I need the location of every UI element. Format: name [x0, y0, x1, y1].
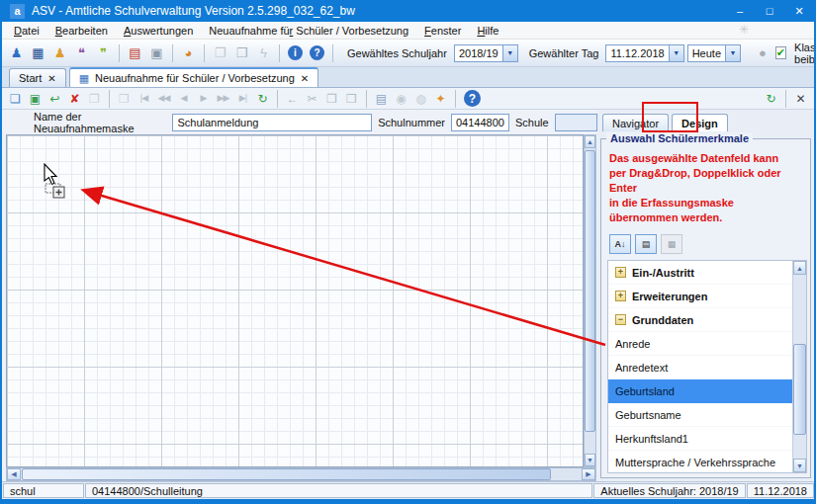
app-icon: a: [10, 4, 25, 19]
list-item[interactable]: Anredetext: [608, 356, 792, 379]
list-scrollbar[interactable]: ▲ ▼: [792, 261, 806, 472]
module-help-icon[interactable]: ?: [464, 90, 481, 107]
keep-class-checkbox[interactable]: ✔: [775, 46, 786, 59]
list-item[interactable]: Geburtsland: [608, 379, 792, 403]
sort-alpha-button[interactable]: A↓: [609, 234, 631, 254]
menu-auswertungen[interactable]: Auswertungen: [116, 24, 201, 38]
toolbar-separator: [172, 44, 173, 62]
toolbar-separator: [277, 90, 278, 108]
scroll-right-icon[interactable]: ▶: [582, 468, 595, 480]
print-icon[interactable]: ▤: [373, 90, 390, 107]
tab-start[interactable]: Start ✕: [9, 68, 66, 87]
copy-record-icon: ❐: [86, 90, 103, 107]
scroll-up-icon[interactable]: ▲: [793, 261, 806, 275]
expander-icon[interactable]: +: [615, 267, 626, 278]
tab-navigator[interactable]: Navigator: [602, 114, 669, 131]
list-item[interactable]: Geburtsname: [608, 403, 792, 427]
close-icon[interactable]: ✕: [301, 73, 309, 84]
lock-icon: ●: [759, 45, 767, 60]
menu-neuaufnahme[interactable]: Neuaufnahme für Schüler / Vorbesetzung: [201, 24, 416, 38]
day-select[interactable]: 11.12.2018 ▼: [605, 44, 683, 62]
copy-disabled-icon: ❐: [211, 43, 229, 62]
cut-icon: ✂: [304, 90, 320, 107]
design-canvas[interactable]: [6, 134, 584, 467]
menu-fenster[interactable]: Fenster: [416, 24, 469, 38]
students-icon[interactable]: ♟: [7, 43, 26, 62]
toolbar-separator: [455, 90, 456, 108]
chat-green-icon[interactable]: ❞: [94, 43, 113, 62]
busy-spinner-icon: ✳: [739, 23, 749, 37]
keyboard-icon[interactable]: ▦: [29, 43, 47, 62]
scrollbar-thumb[interactable]: [793, 344, 806, 435]
copy-icon: ❐: [323, 90, 340, 107]
school-year-label: Gewähltes Schuljahr: [347, 47, 447, 59]
tree-group-row[interactable]: +Erweiterungen: [608, 285, 792, 308]
scroll-down-icon[interactable]: ▼: [585, 454, 595, 466]
undo-icon[interactable]: ↩: [46, 90, 63, 107]
back-arrow-icon: ←: [284, 90, 301, 107]
refresh-icon[interactable]: ↻: [254, 90, 271, 107]
chevron-down-icon[interactable]: ▼: [669, 45, 683, 61]
day-label: Gewählter Tag: [529, 47, 599, 59]
toolbar-separator: [119, 44, 120, 62]
tab-design[interactable]: Design: [672, 114, 728, 131]
list-item[interactable]: Herkunftsland1: [608, 427, 792, 451]
title-bar: a ASV - Amtliche Schulverwaltung Version…: [2, 0, 814, 22]
lightning-icon: ϟ: [254, 43, 273, 62]
maximize-button[interactable]: □: [755, 0, 784, 22]
menu-bar: DateiBearbeitenAuswertungenNeuaufnahme f…: [2, 22, 814, 40]
new-mask-icon[interactable]: ❏: [7, 90, 24, 107]
school-year-select[interactable]: 2018/19 ▼: [454, 44, 518, 62]
scrollbar-thumb[interactable]: [585, 150, 595, 432]
menu-bearbeiten[interactable]: Bearbeiten: [47, 24, 116, 38]
tree-group-row[interactable]: +Ein-/Austritt: [608, 261, 792, 285]
menu-datei[interactable]: Datei: [6, 24, 47, 38]
statistics-icon[interactable]: ◕: [179, 43, 198, 62]
chat-purple-icon[interactable]: ❝: [72, 43, 91, 62]
scroll-up-icon[interactable]: ▲: [585, 135, 595, 148]
close-icon[interactable]: ✕: [47, 73, 55, 84]
module-close-icon[interactable]: ✕: [792, 90, 809, 107]
day-mode-select[interactable]: Heute ▼: [687, 44, 741, 62]
save-icon[interactable]: ▣: [27, 90, 44, 107]
scroll-left-icon[interactable]: ◀: [7, 468, 21, 480]
canvas-horizontal-scrollbar[interactable]: ◀ ▶: [6, 467, 596, 481]
expander-icon[interactable]: −: [615, 314, 626, 325]
main-toolbar: ♟▦♟❝❞▤▣◕❐❒ϟi? Gewähltes Schuljahr 2018/1…: [2, 40, 814, 67]
school-input[interactable]: [555, 114, 597, 131]
new-window-icon[interactable]: ❒: [232, 43, 251, 62]
help-icon[interactable]: ?: [310, 45, 324, 60]
side-panel: Navigator Design Auswahl Schülermerkmale…: [597, 110, 813, 481]
delete-icon[interactable]: ✘: [66, 90, 83, 107]
info-icon[interactable]: i: [288, 45, 303, 60]
school-number-label: Schulnummer: [378, 117, 445, 128]
scrollbar-thumb[interactable]: [22, 468, 551, 480]
print-preview-icon: ◉: [393, 90, 409, 107]
canvas-vertical-scrollbar[interactable]: ▲ ▼: [584, 134, 596, 467]
chevron-down-icon[interactable]: ▼: [725, 45, 740, 61]
print-list-icon[interactable]: ▣: [147, 43, 166, 62]
notify-icon[interactable]: ✦: [432, 90, 449, 107]
list-item[interactable]: Anrede: [608, 332, 792, 356]
menu-hilfe[interactable]: Hilfe: [469, 24, 506, 38]
workspace-tab-bar: Start ✕ ▦ Neuaufnahme für Schüler / Vorb…: [2, 67, 814, 88]
close-button[interactable]: ✕: [784, 0, 814, 22]
list-item[interactable]: Muttersprache / Verkehrssprache: [608, 451, 792, 472]
status-user: schul: [3, 483, 84, 498]
module-tab-icon: ▦: [79, 72, 89, 85]
minimize-button[interactable]: –: [725, 0, 755, 22]
list-toolbar: A↓▤▦: [601, 229, 810, 258]
module-refresh-icon[interactable]: ↻: [763, 90, 779, 107]
expander-icon[interactable]: +: [615, 291, 626, 301]
tab-neuaufnahme[interactable]: ▦ Neuaufnahme für Schüler / Vorbesetzung…: [69, 67, 319, 87]
group-view-button[interactable]: ▤: [635, 234, 657, 254]
report-icon[interactable]: ▤: [126, 43, 144, 62]
tree-group-row[interactable]: −Grunddaten: [608, 308, 792, 332]
school-number-input[interactable]: 04144800: [451, 114, 509, 131]
mask-name-input[interactable]: Schulanmeldung: [172, 114, 372, 131]
applicants-icon[interactable]: ♟: [50, 43, 69, 62]
chevron-down-icon[interactable]: ▼: [502, 45, 517, 61]
record-block-icon: ❒: [116, 90, 133, 107]
scroll-down-icon[interactable]: ▼: [793, 459, 806, 472]
toolbar-separator: [366, 90, 367, 108]
